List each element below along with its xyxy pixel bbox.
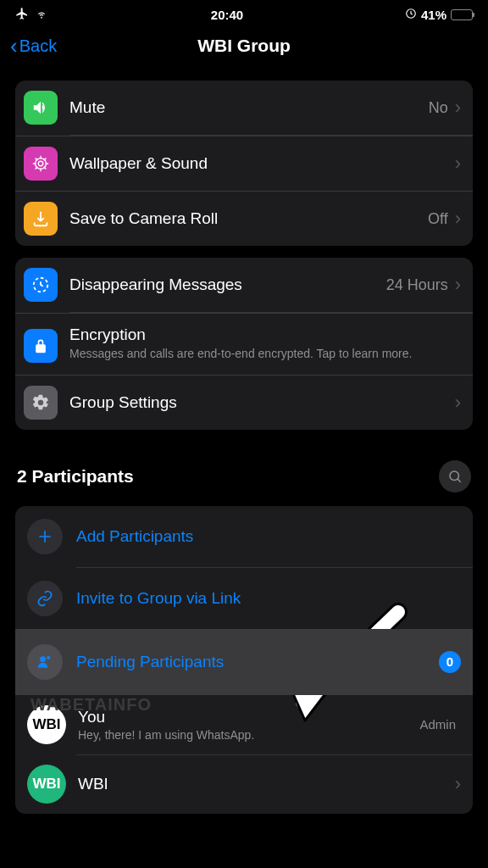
participant-status: Hey, there! I am using WhatsApp.: [78, 728, 419, 742]
svg-point-5: [40, 656, 46, 662]
status-bar: 20:40 41%: [0, 0, 488, 26]
chevron-right-icon: ›: [455, 392, 461, 414]
back-button[interactable]: ‹ Back: [10, 35, 57, 57]
timer-icon: [24, 268, 58, 302]
group-settings-row[interactable]: Group Settings ›: [15, 375, 473, 430]
search-icon: [447, 469, 463, 484]
avatar: WBI: [27, 705, 66, 744]
mute-label: Mute: [69, 98, 429, 117]
speaker-icon: [24, 91, 58, 125]
page-title: WBI Group: [0, 36, 488, 56]
wallpaper-label: Wallpaper & Sound: [69, 154, 455, 173]
pending-participants-label: Pending Participants: [76, 653, 439, 671]
participant-name: WBI: [78, 775, 455, 793]
disappearing-value: 24 Hours: [386, 276, 448, 294]
encryption-row[interactable]: Encryption Messages and calls are end-to…: [15, 313, 473, 375]
save-camera-roll-value: Off: [428, 210, 448, 228]
pending-participants-row[interactable]: Pending Participants 0: [15, 629, 473, 695]
status-time: 20:40: [211, 8, 243, 22]
add-participants-label: Add Participants: [76, 527, 461, 546]
encryption-label: Encryption: [69, 326, 461, 344]
orientation-lock-icon: [405, 8, 417, 22]
chevron-right-icon: ›: [455, 153, 461, 175]
download-icon: [24, 202, 58, 236]
airplane-mode-icon: [15, 7, 29, 23]
svg-point-4: [450, 471, 459, 481]
participant-row-you[interactable]: WBI You Hey, there! I am using WhatsApp.…: [15, 695, 473, 754]
participants-header: 2 Participants: [0, 442, 488, 501]
plus-icon: [27, 519, 63, 554]
wallpaper-icon: [24, 147, 58, 181]
gear-icon: [24, 386, 58, 420]
pending-count-badge: 0: [439, 651, 461, 673]
chevron-right-icon: ›: [455, 97, 461, 119]
settings-section-2: Disappearing Messages 24 Hours › Encrypt…: [15, 258, 473, 430]
chevron-right-icon: ›: [455, 208, 461, 230]
avatar: WBI: [27, 765, 66, 804]
chevron-right-icon: ›: [455, 274, 461, 296]
disappearing-messages-row[interactable]: Disappearing Messages 24 Hours ›: [15, 258, 473, 312]
svg-point-6: [47, 655, 50, 659]
invite-link-row[interactable]: Invite to Group via Link: [15, 568, 473, 629]
pending-icon: [27, 644, 63, 680]
add-participants-row[interactable]: Add Participants: [15, 506, 473, 567]
invite-link-label: Invite to Group via Link: [76, 589, 461, 608]
mute-value: No: [429, 99, 448, 117]
search-participants-button[interactable]: [439, 460, 471, 492]
save-camera-roll-row[interactable]: Save to Camera Roll Off ›: [15, 191, 473, 246]
save-camera-roll-label: Save to Camera Roll: [69, 209, 428, 228]
group-settings-label: Group Settings: [69, 393, 455, 412]
svg-point-1: [38, 161, 43, 166]
participant-row-wbi[interactable]: WBI WBI ›: [15, 754, 473, 814]
mute-row[interactable]: Mute No ›: [15, 81, 473, 135]
lock-icon: [24, 329, 58, 363]
battery-icon: [451, 9, 473, 20]
disappearing-label: Disappearing Messages: [69, 275, 386, 294]
nav-bar: ‹ Back WBI Group: [0, 26, 488, 69]
participant-name: You: [78, 708, 419, 726]
participants-title: 2 Participants: [17, 466, 134, 487]
participants-section: Add Participants Invite to Group via Lin…: [15, 506, 473, 814]
link-icon: [27, 581, 63, 616]
battery-pct: 41%: [421, 8, 446, 22]
wallpaper-row[interactable]: Wallpaper & Sound ›: [15, 136, 473, 191]
chevron-left-icon: ‹: [10, 35, 18, 57]
back-label: Back: [19, 36, 57, 56]
participant-role: Admin: [419, 717, 456, 732]
chevron-right-icon: ›: [455, 773, 461, 795]
wifi-icon: [34, 8, 49, 22]
settings-section-1: Mute No › Wallpaper & Sound › Save to Ca…: [15, 81, 473, 246]
encryption-subtitle: Messages and calls are end-to-end encryp…: [69, 346, 461, 361]
